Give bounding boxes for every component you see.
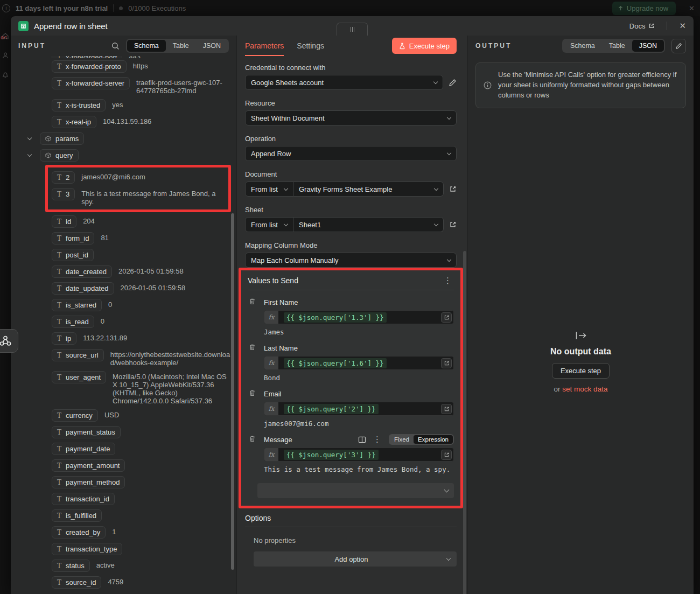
document-open-button[interactable] — [449, 185, 457, 193]
field-pill[interactable]: Tip — [52, 332, 76, 345]
kebab-menu-icon[interactable]: ⋮ — [372, 435, 383, 444]
expression-input[interactable]: fx {{ $json.query['2'] }} — [264, 402, 454, 416]
field-pill[interactable]: T2 — [52, 171, 75, 184]
field-pill[interactable]: Tsource_url — [52, 349, 104, 361]
tab-output-table[interactable]: Table — [602, 40, 632, 52]
expand-expression-button[interactable] — [441, 404, 452, 414]
field-pill[interactable]: Tpayment_method — [52, 476, 125, 488]
tab-settings[interactable]: Settings — [297, 41, 324, 56]
chevron-down-icon[interactable] — [28, 149, 36, 161]
search-icon[interactable] — [111, 42, 120, 50]
input-panel: INPUT Schema Table JSON Tx-forwarded-por… — [11, 36, 237, 594]
split-columns-icon[interactable] — [358, 436, 366, 443]
mapping-mode-select[interactable]: Map Each Column Manually — [245, 253, 457, 268]
home-icon[interactable] — [2, 32, 9, 40]
sheet-open-button[interactable] — [449, 221, 457, 228]
credential-select[interactable]: Google Sheets account — [245, 75, 443, 90]
workspace-close-icon[interactable]: ✕ — [689, 4, 695, 12]
field-value: active — [96, 560, 115, 569]
add-column-select[interactable] — [257, 483, 454, 498]
toggle-fixed[interactable]: Fixed — [390, 435, 414, 444]
field-pill[interactable]: Tx-forwarded-port — [52, 56, 122, 58]
field-pill[interactable]: Tx-forwarded-server — [52, 77, 130, 89]
expression-input[interactable]: fx {{ $json.query['1.3'] }} — [264, 310, 454, 324]
resource-select[interactable]: Sheet Within Document — [245, 110, 457, 125]
toggle-expression[interactable]: Expression — [414, 435, 453, 444]
sheet-mode-select[interactable]: From list — [245, 217, 293, 232]
field-pill[interactable]: Tis_read — [52, 316, 94, 328]
bell-icon[interactable] — [2, 71, 9, 79]
field-pill[interactable]: Tsource_id — [52, 576, 101, 589]
input-scrollbar[interactable] — [231, 213, 234, 570]
expand-expression-button[interactable] — [441, 312, 452, 323]
execute-step-secondary-button[interactable]: Execute step — [552, 363, 610, 379]
expand-expression-button[interactable] — [441, 358, 452, 368]
edit-output-button[interactable] — [671, 39, 686, 53]
user-icon[interactable] — [2, 52, 9, 59]
tab-output-json[interactable]: JSON — [632, 40, 664, 52]
document-mode-select[interactable]: From list — [245, 181, 293, 197]
field-name: user_agent — [66, 373, 101, 381]
field-pill[interactable]: Tx-forwarded-proto — [52, 60, 127, 73]
fx-icon: fx — [264, 402, 278, 415]
document-select[interactable]: Gravity Forms Sheet Example — [293, 181, 444, 197]
field-pill[interactable]: Tcurrency — [52, 409, 98, 422]
webhook-icon — [0, 334, 12, 347]
tab-output-schema[interactable]: Schema — [563, 40, 602, 52]
field-pill[interactable]: Tform_id — [52, 232, 94, 244]
field-pill[interactable]: T3 — [52, 188, 75, 200]
trash-icon[interactable] — [249, 435, 256, 442]
webhook-node-bubble[interactable] — [0, 329, 18, 353]
chevron-down-icon — [447, 153, 451, 155]
trash-icon[interactable] — [249, 389, 256, 396]
chevron-down-icon[interactable] — [28, 132, 36, 144]
field-pill[interactable]: query — [40, 149, 79, 162]
field-pill[interactable]: Tx-real-ip — [52, 116, 96, 128]
expression-input[interactable]: fx {{ $json.query['3'] }} — [264, 448, 454, 462]
panel-drag-handle[interactable] — [337, 23, 368, 36]
tab-input-table[interactable]: Table — [166, 40, 196, 52]
chevron-down-icon — [435, 188, 438, 190]
field-pill[interactable]: Tpayment_date — [52, 443, 115, 455]
field-pill[interactable]: Tpayment_status — [52, 426, 121, 438]
expand-expression-button[interactable] — [441, 450, 452, 460]
tab-input-schema[interactable]: Schema — [127, 40, 166, 52]
sheet-select[interactable]: Sheet1 — [293, 217, 444, 232]
parameters-scrollbar[interactable] — [463, 251, 466, 594]
input-field-row: Ttransaction_type — [11, 541, 236, 557]
execute-step-button[interactable]: Execute step — [392, 38, 457, 54]
field-pill[interactable]: Tdate_created — [52, 265, 112, 278]
field-pill[interactable]: Tpayment_amount — [52, 459, 125, 472]
field-pill[interactable]: Tpost_id — [52, 249, 94, 261]
credential-edit-button[interactable] — [449, 79, 457, 87]
close-icon[interactable]: ✕ — [679, 21, 686, 31]
tab-parameters[interactable]: Parameters — [245, 41, 284, 56]
field-name: payment_status — [66, 428, 115, 436]
expression-input[interactable]: fx {{ $json.query['1.6'] }} — [264, 356, 454, 370]
docs-link[interactable]: Docs — [629, 22, 655, 30]
field-pill[interactable]: Tis_fulfilled — [52, 509, 102, 522]
field-pill[interactable]: params — [40, 132, 84, 145]
input-group-row: params — [11, 130, 236, 147]
input-field-row: TcurrencyUSD — [11, 407, 236, 424]
trash-icon[interactable] — [249, 298, 256, 305]
operation-select[interactable]: Append Row — [245, 146, 457, 161]
trash-icon[interactable] — [249, 344, 256, 351]
type-text-icon: T — [57, 119, 61, 125]
upgrade-now-button[interactable]: Upgrade now — [612, 2, 676, 15]
field-pill[interactable]: Tx-is-trusted — [52, 99, 106, 111]
field-pill[interactable]: Ttransaction_id — [52, 493, 115, 505]
field-pill[interactable]: Tis_starred — [52, 299, 102, 311]
field-pill[interactable]: Tstatus — [52, 560, 90, 572]
tab-input-json[interactable]: JSON — [196, 40, 228, 52]
field-pill[interactable]: Ttransaction_type — [52, 543, 122, 555]
input-field-row: Ttransaction_id — [11, 491, 236, 507]
field-pill[interactable]: Tid — [52, 215, 76, 228]
field-pill[interactable]: Tdate_updated — [52, 282, 114, 295]
field-pill[interactable]: Tuser_agent — [52, 371, 106, 383]
field-pill[interactable]: Tcreated_by — [52, 526, 106, 539]
set-mock-data-link[interactable]: set mock data — [562, 385, 607, 393]
add-option-button[interactable]: Add option — [254, 551, 457, 567]
kebab-menu-icon[interactable]: ⋮ — [442, 276, 454, 285]
type-text-icon: T — [57, 529, 61, 536]
